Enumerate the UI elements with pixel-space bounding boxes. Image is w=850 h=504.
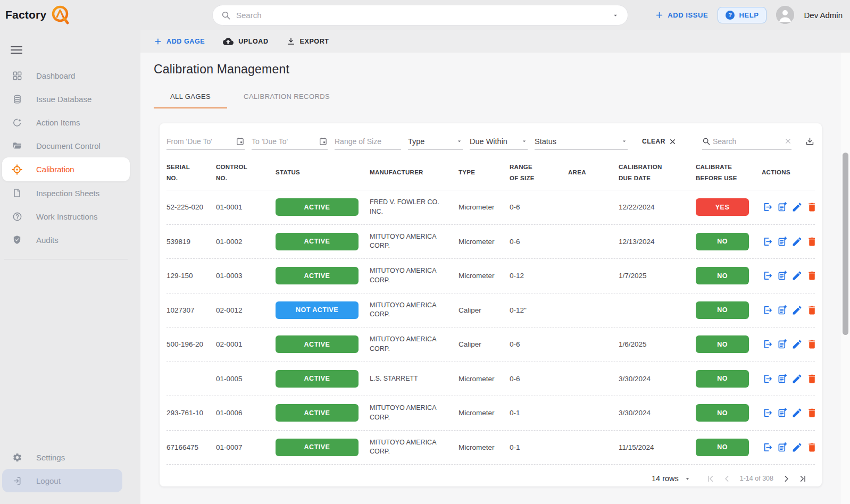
next-page-button[interactable] — [781, 473, 792, 484]
export-record-button[interactable] — [762, 270, 773, 281]
clear-search-icon[interactable] — [785, 138, 791, 145]
sidebar-item-action-items[interactable]: Action Items — [0, 111, 140, 134]
tab-all-gages[interactable]: ALL GAGES — [154, 85, 227, 108]
table-row[interactable]: 01-0005 ACTIVE L.S. STARRETT Micrometer … — [166, 362, 815, 397]
cell-actions — [762, 236, 815, 247]
status-badge: ACTIVE — [276, 439, 359, 456]
sidebar-item-work-instructions[interactable]: Work Instructions — [0, 205, 140, 228]
add-note-button[interactable] — [777, 305, 788, 316]
previous-page-button[interactable] — [721, 473, 732, 484]
export-record-button[interactable] — [762, 236, 773, 247]
delete-button[interactable] — [806, 373, 815, 384]
export-button[interactable]: EXPORT — [287, 37, 329, 46]
last-page-button[interactable] — [797, 473, 809, 484]
filter-status-select[interactable]: Status — [535, 133, 628, 150]
avatar[interactable] — [776, 6, 794, 24]
edit-button[interactable] — [791, 270, 803, 281]
add-note-button[interactable] — [777, 236, 788, 247]
cell-calibrate-before-use: NO — [696, 370, 762, 388]
sidebar-item-calibration[interactable]: Calibration — [2, 157, 130, 181]
chevron-down-icon — [521, 138, 528, 145]
sidebar-item-document-control[interactable]: Document Control — [0, 134, 140, 157]
dashboard-icon — [12, 71, 22, 81]
table-row[interactable]: 539819 01-0002 ACTIVE MITUTOYO AMERICA C… — [166, 225, 815, 259]
delete-button[interactable] — [806, 270, 815, 281]
menu-toggle-button[interactable] — [11, 46, 22, 54]
edit-button[interactable] — [791, 442, 803, 453]
filter-type-select[interactable]: Type — [408, 133, 463, 150]
upload-button[interactable]: UPLOAD — [223, 36, 268, 47]
table-body: 52-225-020 01-0001 ACTIVE FRED V. FOWLER… — [166, 190, 815, 465]
sidebar-item-inspection-sheets[interactable]: Inspection Sheets — [0, 181, 140, 205]
database-icon — [12, 94, 22, 104]
edit-button[interactable] — [791, 305, 803, 316]
delete-button[interactable] — [806, 442, 815, 453]
tab-calibration-records[interactable]: CALIBRATION RECORDS — [227, 85, 346, 108]
add-issue-label: ADD ISSUE — [668, 11, 708, 19]
edit-button[interactable] — [791, 373, 803, 384]
scrollbar-thumb[interactable] — [843, 153, 848, 335]
calendar-icon[interactable] — [319, 137, 328, 146]
edit-button[interactable] — [791, 201, 803, 213]
sidebar-item-audits[interactable]: Audits — [0, 228, 140, 251]
table-search-input[interactable] — [713, 137, 782, 146]
cell-actions — [762, 305, 815, 316]
table-row[interactable]: 67166475 01-0007 ACTIVE MITUTOYO AMERICA… — [166, 431, 815, 465]
cell-calibrate-before-use: NO — [696, 301, 762, 319]
pagination: 14 rows 1-14 of 308 — [166, 466, 815, 491]
clear-filters-button[interactable]: CLEAR — [642, 138, 676, 145]
export-record-button[interactable] — [762, 305, 773, 316]
table-row[interactable]: 1027307 02-0012 NOT ACTIVE MITUTOYO AMER… — [166, 293, 815, 328]
download-table-button[interactable] — [805, 137, 815, 147]
add-note-button[interactable] — [777, 201, 788, 213]
add-note-button[interactable] — [777, 407, 788, 418]
delete-button[interactable] — [806, 201, 815, 213]
from-due-to-input[interactable] — [166, 137, 234, 146]
sidebar-item-issue-database[interactable]: Issue Database — [0, 87, 140, 111]
table-row[interactable]: 293-761-10 01-0006 ACTIVE MITUTOYO AMERI… — [166, 396, 815, 431]
cell-type: Micrometer — [459, 443, 510, 451]
table-search — [702, 133, 791, 150]
add-gage-button[interactable]: ADD GAGE — [154, 38, 205, 45]
table-row[interactable]: 129-150 01-0003 ACTIVE MITUTOYO AMERICA … — [166, 259, 815, 293]
export-record-button[interactable] — [762, 339, 773, 350]
edit-button[interactable] — [791, 407, 803, 418]
global-search-input[interactable] — [236, 11, 606, 20]
add-note-button[interactable] — [777, 373, 788, 384]
range-of-size-input[interactable] — [335, 137, 401, 146]
table-row[interactable]: 52-225-020 01-0001 ACTIVE FRED V. FOWLER… — [166, 190, 815, 225]
delete-button[interactable] — [806, 305, 815, 316]
shield-check-icon — [12, 235, 22, 245]
filter-due-within-select[interactable]: Due Within — [470, 133, 528, 150]
rows-per-page-select[interactable]: 14 rows — [652, 474, 691, 483]
cell-range-of-size: 0-1 — [510, 443, 568, 451]
delete-button[interactable] — [806, 339, 815, 350]
delete-button[interactable] — [806, 236, 815, 247]
sidebar-item-label: Settings — [36, 453, 65, 462]
calendar-icon[interactable] — [236, 137, 245, 146]
chevron-down-icon — [684, 475, 691, 482]
first-page-button[interactable] — [705, 473, 716, 484]
cell-type: Micrometer — [459, 238, 510, 246]
to-due-to-input[interactable] — [252, 137, 316, 146]
sidebar-item-dashboard[interactable]: Dashboard — [0, 64, 140, 87]
add-note-button[interactable] — [777, 339, 788, 350]
help-button[interactable]: ? HELP — [718, 7, 766, 23]
add-note-button[interactable] — [777, 270, 788, 281]
cell-serial-no: 52-225-020 — [166, 203, 216, 211]
filter-range-of-size — [335, 133, 401, 150]
export-record-button[interactable] — [762, 201, 773, 213]
export-record-button[interactable] — [762, 407, 773, 418]
table-row[interactable]: 500-196-20 02-0001 ACTIVE MITUTOYO AMERI… — [166, 327, 815, 362]
user-name[interactable]: Dev Admin — [804, 11, 843, 20]
edit-button[interactable] — [791, 236, 803, 247]
add-issue-button[interactable]: ADD ISSUE — [655, 11, 708, 19]
edit-button[interactable] — [791, 339, 803, 350]
sidebar-item-logout[interactable]: Logout — [2, 469, 122, 492]
add-note-button[interactable] — [777, 442, 788, 453]
export-record-button[interactable] — [762, 373, 773, 384]
delete-button[interactable] — [806, 407, 815, 418]
search-dropdown-caret-icon[interactable] — [612, 12, 619, 19]
export-record-button[interactable] — [762, 442, 773, 453]
sidebar-item-settings[interactable]: Settings — [0, 446, 140, 469]
